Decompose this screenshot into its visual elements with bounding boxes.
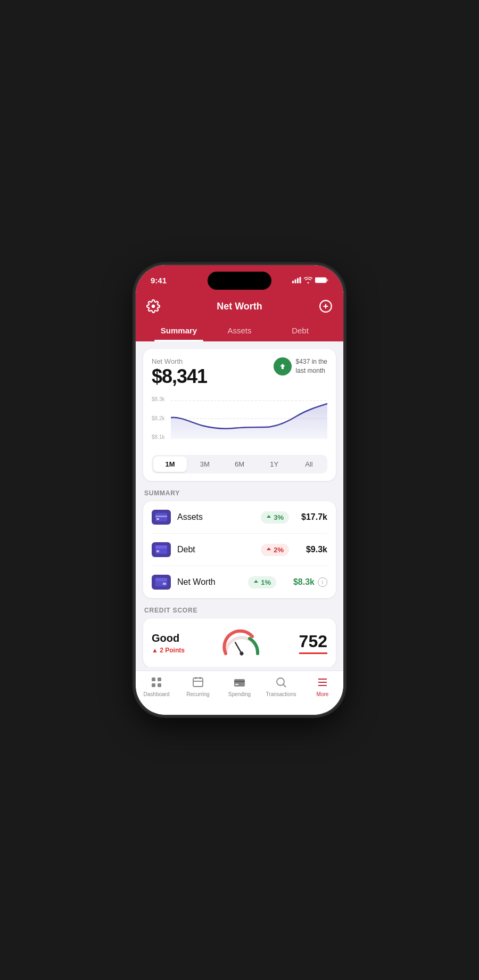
credit-label: Good: [152, 632, 185, 644]
settings-icon[interactable]: [146, 299, 160, 313]
svg-rect-24: [152, 683, 155, 687]
tab-summary[interactable]: Summary: [148, 321, 209, 341]
net-worth-icon: [152, 575, 171, 590]
net-worth-card: Net Worth $8,341 $437 in the last month: [143, 349, 336, 481]
summary-row-net-worth: Net Worth 1% $8.3k i: [152, 566, 327, 598]
dashboard-icon: [150, 675, 163, 689]
nav-item-recurring[interactable]: Recurring: [177, 675, 219, 704]
nav-item-spending[interactable]: Spending: [219, 675, 260, 704]
time-filters: 1M 3M 6M 1Y All: [152, 455, 327, 473]
transactions-label: Transactions: [266, 691, 296, 697]
debt-icon: [152, 542, 171, 557]
battery-icon: [315, 277, 328, 283]
info-icon[interactable]: i: [318, 577, 327, 587]
credit-gauge: [220, 627, 263, 659]
debt-label: Debt: [177, 545, 261, 554]
change-circle-icon: [274, 357, 292, 375]
net-worth-amount: $8,341: [152, 365, 207, 388]
recurring-icon: [191, 675, 205, 689]
svg-rect-16: [156, 550, 159, 552]
phone-frame: 9:41: [136, 265, 343, 715]
transactions-icon: [274, 675, 288, 689]
svg-rect-26: [193, 678, 203, 687]
assets-label: Assets: [177, 512, 261, 522]
net-worth-percent: 1%: [261, 578, 271, 586]
status-time: 9:41: [151, 276, 167, 285]
svg-rect-25: [158, 683, 161, 687]
change-text: $437 in the last month: [296, 357, 327, 375]
tab-assets[interactable]: Assets: [209, 321, 270, 341]
credit-left: Good ▲ 2 Points: [152, 632, 185, 654]
assets-icon: [152, 510, 171, 525]
spending-label: Spending: [228, 691, 251, 697]
chart-area: [171, 396, 327, 450]
svg-rect-32: [235, 684, 238, 685]
recurring-label: Recurring: [186, 691, 209, 697]
svg-rect-1: [295, 280, 296, 284]
debt-percent: 2%: [274, 546, 284, 554]
assets-percent-badge: 3%: [261, 511, 289, 524]
dashboard-label: Dashboard: [144, 691, 170, 697]
add-icon[interactable]: [319, 299, 333, 313]
spending-icon: [233, 675, 246, 689]
app-header: Net Worth Summary Assets Debt: [136, 292, 343, 341]
svg-rect-2: [297, 278, 299, 283]
summary-row-assets: Assets 3% $17.7k: [152, 501, 327, 534]
assets-value: $17.7k: [295, 512, 327, 522]
svg-rect-4: [315, 278, 326, 283]
nav-item-transactions[interactable]: Transactions: [260, 675, 302, 704]
svg-rect-30: [234, 679, 245, 687]
assets-percent: 3%: [274, 513, 284, 521]
summary-row-debt: Debt 2% $9.3k: [152, 534, 327, 566]
change-badge: $437 in the last month: [274, 357, 327, 375]
tab-debt[interactable]: Debt: [270, 321, 331, 341]
time-filter-3m[interactable]: 3M: [188, 456, 221, 472]
svg-rect-15: [155, 545, 167, 549]
summary-section-title: SUMMARY: [136, 481, 343, 501]
net-worth-percent-badge: 1%: [248, 576, 276, 589]
bottom-navigation: Dashboard Recurring: [136, 671, 343, 715]
time-filter-all[interactable]: All: [292, 456, 326, 472]
svg-rect-12: [155, 516, 167, 517]
svg-rect-23: [158, 677, 161, 681]
main-content: Net Worth $8,341 $437 in the last month: [136, 341, 343, 667]
svg-rect-5: [327, 279, 328, 281]
time-filter-1m[interactable]: 1M: [153, 456, 187, 472]
more-label: More: [317, 691, 329, 697]
phone-screen: 9:41: [136, 265, 343, 715]
nav-item-more[interactable]: More: [302, 675, 343, 704]
more-icon: [316, 675, 329, 689]
debt-value: $9.3k: [295, 545, 327, 554]
debt-percent-badge: 2%: [261, 544, 289, 556]
svg-point-33: [277, 678, 284, 685]
net-worth-row-value: $8.3k: [283, 577, 315, 587]
net-worth-row-label: Net Worth: [177, 577, 248, 587]
svg-rect-3: [300, 277, 301, 283]
credit-score-value: 752: [299, 632, 327, 654]
credit-score-section-title: CREDIT SCORE: [136, 598, 343, 618]
net-worth-card-label: Net Worth: [152, 357, 207, 365]
time-filter-1y[interactable]: 1Y: [258, 456, 291, 472]
wifi-icon: [304, 277, 312, 283]
credit-sublabel: ▲ 2 Points: [152, 647, 185, 654]
nav-item-dashboard[interactable]: Dashboard: [136, 675, 177, 704]
svg-rect-18: [155, 578, 167, 581]
svg-rect-0: [292, 281, 294, 283]
svg-rect-22: [152, 677, 155, 681]
status-icons: [292, 277, 328, 283]
svg-line-34: [283, 684, 286, 687]
svg-line-20: [235, 642, 242, 654]
summary-card: Assets 3% $17.7k: [143, 501, 336, 598]
time-filter-6m[interactable]: 6M: [222, 456, 256, 472]
svg-rect-13: [156, 518, 159, 520]
page-title: Net Worth: [160, 301, 319, 312]
svg-rect-31: [234, 681, 245, 682]
signal-icon: [292, 277, 301, 283]
dynamic-island: [208, 272, 271, 290]
svg-rect-19: [163, 583, 166, 585]
tabs-container: Summary Assets Debt: [146, 321, 333, 341]
chart-y-labels: $8.3k $8.2k $8.1k: [152, 396, 164, 440]
credit-score-card: Good ▲ 2 Points: [143, 618, 336, 667]
net-worth-chart: $8.3k $8.2k $8.1k: [152, 396, 327, 450]
